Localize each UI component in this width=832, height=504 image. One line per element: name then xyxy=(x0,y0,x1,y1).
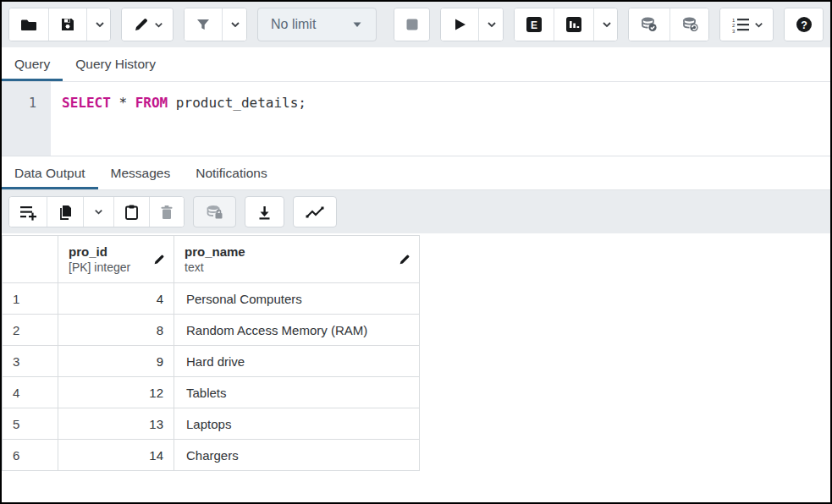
paste-button[interactable] xyxy=(113,197,149,227)
results-grid: pro_id [PK] integer pro_name text xyxy=(2,235,420,471)
data-output-panel: pro_id [PK] integer pro_name text xyxy=(2,233,830,502)
tab-data-output-label: Data Output xyxy=(14,166,85,181)
execute-options-button[interactable] xyxy=(478,8,504,41)
sql-code-area[interactable]: SELECT * FROM product_details; xyxy=(51,82,830,156)
tab-data-output[interactable]: Data Output xyxy=(2,156,98,189)
tab-query-history[interactable]: Query History xyxy=(63,47,168,81)
filter-button-group xyxy=(184,8,247,41)
row-number-cell[interactable]: 4 xyxy=(3,377,58,408)
pro-name-cell[interactable]: Chargers xyxy=(174,440,420,471)
download-results-button[interactable] xyxy=(245,196,284,227)
query-tool-window: No limit xyxy=(0,0,832,504)
play-icon xyxy=(451,16,468,33)
open-file-button[interactable] xyxy=(9,8,48,41)
tab-query-label: Query xyxy=(14,57,50,72)
edit-button[interactable] xyxy=(122,8,174,41)
copy-button[interactable] xyxy=(47,197,83,227)
graph-visualiser-button[interactable] xyxy=(293,196,337,227)
stop-button[interactable] xyxy=(394,8,430,41)
line-number: 1 xyxy=(29,96,36,111)
row-limit-value: No limit xyxy=(271,17,316,32)
stop-button-group xyxy=(394,8,430,41)
sql-star: * xyxy=(111,95,135,111)
execute-button-group xyxy=(440,8,504,41)
pro-name-cell[interactable]: Tablets xyxy=(174,377,420,408)
explain-button[interactable]: E xyxy=(515,8,554,41)
edit-column-pencil-icon xyxy=(152,253,166,266)
table-row: 2 8 Random Access Memory (RAM) xyxy=(3,315,420,346)
row-number-cell[interactable]: 3 xyxy=(3,346,58,377)
edit-column-pencil-icon xyxy=(398,253,411,266)
table-row: 1 4 Personal Computers xyxy=(3,283,420,315)
copy-options-button[interactable] xyxy=(83,197,113,227)
pro-id-cell[interactable]: 9 xyxy=(58,346,174,377)
pro-id-cell[interactable]: 8 xyxy=(58,315,174,346)
floppy-icon xyxy=(59,16,76,33)
funnel-icon xyxy=(195,16,212,33)
results-toolbar xyxy=(2,190,830,233)
svg-text:?: ? xyxy=(801,19,807,31)
svg-text:3: 3 xyxy=(732,29,736,34)
macros-button[interactable]: 123 xyxy=(720,8,774,41)
pro-id-cell[interactable]: 14 xyxy=(58,440,174,471)
filter-button[interactable] xyxy=(185,8,222,41)
pencil-icon xyxy=(132,16,150,34)
row-number-cell[interactable]: 2 xyxy=(3,315,58,346)
chevron-down-icon xyxy=(486,19,498,30)
tab-notifications[interactable]: Notifications xyxy=(183,156,279,189)
row-limit-select[interactable]: No limit xyxy=(257,8,377,41)
folder-icon xyxy=(19,15,38,34)
sql-editor: 1 SELECT * FROM product_details; xyxy=(2,82,830,156)
database-undo-icon xyxy=(680,14,701,35)
rollback-button[interactable] xyxy=(669,8,709,41)
data-edit-button-group xyxy=(8,196,185,227)
save-button[interactable] xyxy=(48,8,86,41)
chevron-down-icon xyxy=(93,206,104,217)
column-header-pro-name[interactable]: pro_name text xyxy=(174,236,420,283)
column-header-pro-id[interactable]: pro_id [PK] integer xyxy=(58,236,174,283)
grid-corner-cell[interactable] xyxy=(3,236,58,283)
tab-messages[interactable]: Messages xyxy=(98,156,184,189)
pro-id-cell[interactable]: 4 xyxy=(58,283,174,315)
table-row: 6 14 Chargers xyxy=(3,440,420,471)
filter-options-button[interactable] xyxy=(222,8,247,41)
pro-id-cell[interactable]: 12 xyxy=(58,377,174,408)
grid-header-row: pro_id [PK] integer pro_name text xyxy=(3,236,420,283)
tab-query[interactable]: Query xyxy=(2,47,63,81)
table-row: 4 12 Tablets xyxy=(3,377,420,408)
stop-square-icon xyxy=(405,17,420,32)
column-type: [PK] integer xyxy=(69,260,150,274)
pro-id-cell[interactable]: 13 xyxy=(58,408,174,440)
column-type: text xyxy=(185,260,395,274)
column-name: pro_name xyxy=(185,244,395,259)
column-name: pro_id xyxy=(69,244,150,259)
delete-row-button[interactable] xyxy=(149,197,184,227)
pro-name-cell[interactable]: Hard drive xyxy=(174,346,420,377)
row-number-cell[interactable]: 1 xyxy=(3,283,58,315)
tab-messages-label: Messages xyxy=(111,166,171,181)
bar-chart-icon xyxy=(565,15,583,34)
explain-options-button[interactable] xyxy=(593,8,618,41)
explain-analyze-button[interactable] xyxy=(554,8,593,41)
pro-name-cell[interactable]: Laptops xyxy=(174,408,420,440)
help-button[interactable]: ? xyxy=(785,8,824,41)
row-number-cell[interactable]: 6 xyxy=(3,440,58,471)
save-options-button[interactable] xyxy=(86,8,111,41)
save-data-changes-button[interactable] xyxy=(193,196,236,227)
pro-name-cell[interactable]: Personal Computers xyxy=(174,283,420,315)
clipboard-icon xyxy=(124,204,140,221)
add-row-button[interactable] xyxy=(9,197,47,227)
main-toolbar: No limit xyxy=(2,2,830,47)
trash-icon xyxy=(159,204,174,221)
graph-visualiser-icon xyxy=(305,204,325,221)
pro-name-cell[interactable]: Random Access Memory (RAM) xyxy=(174,315,420,346)
transaction-button-group xyxy=(628,8,709,41)
sql-keyword-select: SELECT xyxy=(62,95,111,111)
chevron-down-icon xyxy=(753,19,764,30)
database-lock-icon xyxy=(205,203,224,222)
chevron-down-icon xyxy=(94,19,106,30)
commit-button[interactable] xyxy=(629,8,669,41)
sql-identifier: product_details; xyxy=(168,95,306,111)
execute-button[interactable] xyxy=(441,8,478,41)
row-number-cell[interactable]: 5 xyxy=(3,408,58,440)
